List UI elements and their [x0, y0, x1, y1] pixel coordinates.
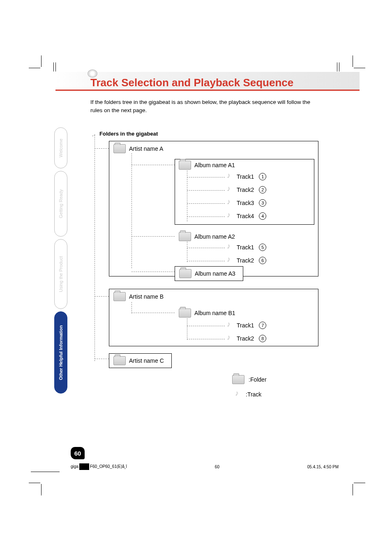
- folder-icon: [179, 309, 191, 318]
- track-label: Track2: [237, 257, 254, 264]
- crop-mark-tl: [33, 60, 49, 76]
- tree-line: [187, 177, 225, 177]
- order-badge: 8: [259, 335, 266, 342]
- footer-text: F60_OP60_61(E)å¸î: [90, 464, 127, 469]
- album-label: Album name B1: [194, 310, 235, 316]
- tree-line: [187, 190, 225, 191]
- track-item: Track28: [226, 335, 266, 342]
- artist-label: Artist name C: [129, 357, 164, 364]
- track-item: Track26: [226, 257, 266, 264]
- order-badge: 4: [259, 212, 266, 220]
- music-note-icon: [226, 212, 233, 220]
- tree-line: [187, 242, 187, 262]
- tree-line: [131, 313, 175, 313]
- album-label: Album name A1: [194, 162, 235, 168]
- track-label: Track2: [237, 187, 254, 193]
- tab-using-the-product[interactable]: Using the Product: [54, 239, 67, 309]
- footer-filename: gigaF60_OP60_61(E)å¸î: [71, 463, 127, 470]
- music-note-icon: [226, 199, 233, 207]
- tab-label: Using the Product: [58, 256, 63, 292]
- music-note-icon: [226, 335, 233, 342]
- track-label: Track4: [237, 213, 254, 219]
- track-label: Track2: [237, 335, 254, 342]
- tree-line: [95, 359, 109, 359]
- folder-icon: [179, 269, 191, 278]
- tree-line: [187, 170, 187, 221]
- cd-icon: [88, 69, 97, 78]
- music-note-icon: [226, 186, 233, 193]
- music-note-icon: [226, 244, 233, 251]
- legend-label: :Track: [246, 391, 261, 398]
- footer-timestamp: 05.4.15, 4:50 PM: [307, 465, 339, 469]
- tab-label: Welcome: [58, 138, 63, 157]
- tree-line: [131, 236, 175, 237]
- tree-line: [187, 248, 225, 248]
- tree-line: [95, 135, 95, 361]
- tree-line: [131, 165, 175, 165]
- registration-mark-left: [53, 62, 56, 71]
- order-badge: 3: [259, 199, 266, 207]
- folder-icon: [113, 144, 126, 153]
- music-note-icon: [234, 391, 242, 398]
- artist-label: Artist name A: [129, 145, 163, 152]
- track-item: Track44: [226, 212, 266, 220]
- album-label: Album name A3: [195, 270, 235, 277]
- tree-line: [187, 216, 225, 217]
- splice-mark: [79, 463, 89, 470]
- crop-mark-bl: [33, 475, 49, 491]
- track-item: Track17: [226, 322, 266, 329]
- diagram: Folders in the gigabeat Artist name A Al…: [95, 131, 325, 412]
- legend-label: :Folder: [249, 376, 267, 383]
- track-label: Track1: [237, 322, 254, 329]
- footer-page: 60: [215, 465, 219, 469]
- folder-icon: [179, 232, 191, 241]
- album-folder: Album name A2: [179, 232, 235, 241]
- tree-line: [131, 272, 175, 272]
- artist-folder: Artist name C: [109, 353, 172, 368]
- footer-text: giga: [71, 464, 78, 469]
- order-badge: 6: [259, 257, 266, 264]
- tab-label: Other Helpful Information: [58, 325, 63, 380]
- album-label: Album name A2: [194, 233, 235, 240]
- music-note-icon: [226, 257, 233, 264]
- page-number-badge: 60: [71, 447, 85, 459]
- tree-line: [187, 339, 225, 339]
- track-label: Track1: [237, 244, 254, 251]
- track-item: Track15: [226, 244, 266, 251]
- album-folder: Album name A1: [179, 161, 235, 170]
- track-item: Track33: [226, 199, 266, 207]
- tab-other-helpful-information[interactable]: Other Helpful Information: [54, 311, 67, 394]
- order-badge: 5: [259, 244, 266, 251]
- legend-track: :Track: [234, 391, 261, 398]
- artist-label: Artist name B: [129, 293, 164, 300]
- folder-icon: [113, 292, 126, 301]
- side-tab-nav: Welcome Getting Ready Using the Product …: [54, 127, 74, 396]
- crop-mark-br: [345, 475, 361, 491]
- tree-line: [187, 318, 187, 340]
- page-title: Track Selection and Playback Sequence: [90, 76, 293, 89]
- tab-welcome[interactable]: Welcome: [54, 127, 67, 168]
- print-footer: gigaF60_OP60_61(E)å¸î 60 05.4.15, 4:50 P…: [71, 463, 339, 470]
- folder-icon: [179, 161, 191, 170]
- intro-text: If the folders tree in the gigabeat is a…: [90, 98, 321, 115]
- tree-line: [187, 261, 225, 261]
- tree-line: [131, 153, 132, 268]
- order-badge: 1: [259, 173, 266, 180]
- track-label: Track1: [237, 173, 254, 180]
- track-item: Track22: [226, 186, 266, 193]
- folder-icon: [113, 356, 126, 365]
- registration-mark-right: [337, 62, 339, 71]
- tree-line: [95, 148, 109, 149]
- tree-line: [187, 203, 225, 204]
- tab-getting-ready[interactable]: Getting Ready: [54, 171, 67, 237]
- album-folder: Album name B1: [179, 309, 235, 318]
- tree-line: [95, 296, 109, 297]
- order-badge: 2: [259, 186, 266, 193]
- page-content: Track Selection and Playback Sequence If…: [55, 72, 360, 412]
- order-badge: 7: [259, 322, 266, 329]
- artist-folder: Artist name A: [113, 144, 163, 153]
- tree-line: [131, 302, 132, 313]
- chapter-header: Track Selection and Playback Sequence: [55, 72, 360, 91]
- music-note-icon: [226, 173, 233, 180]
- artist-folder: Artist name B: [113, 292, 164, 301]
